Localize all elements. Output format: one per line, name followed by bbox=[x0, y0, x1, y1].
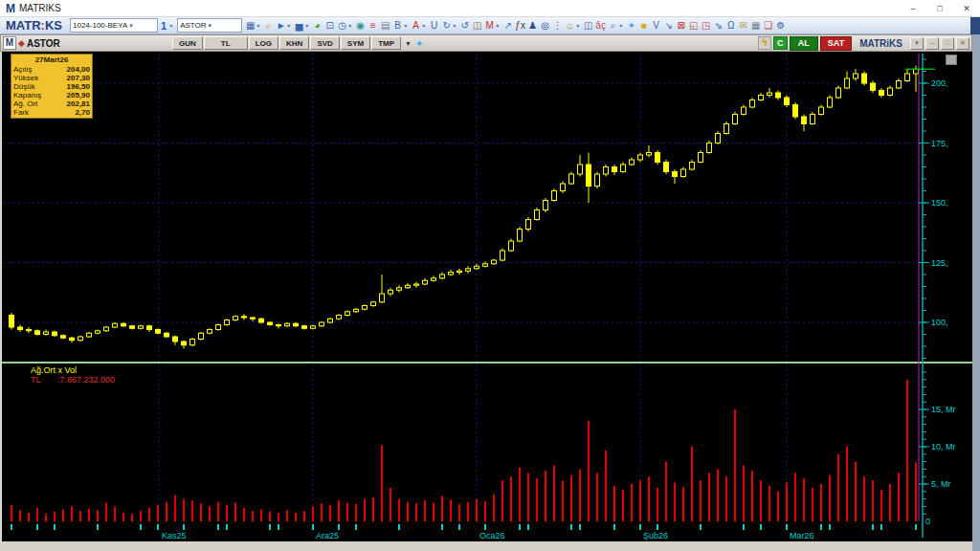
sell-button[interactable]: SAT bbox=[820, 36, 852, 51]
twitter-share-icon[interactable]: ✦ bbox=[415, 38, 423, 49]
window-small2-icon[interactable]: ◳ bbox=[700, 18, 712, 33]
traffic-light-icon[interactable]: ⋮ bbox=[551, 18, 564, 33]
chevron-down-icon[interactable]: ▾ bbox=[169, 22, 175, 29]
matriks-brand: MATR:KS bbox=[6, 18, 62, 33]
chart-window-header: M ◆ ASTOR GUNTLLOGKHNSVDSYMTMP ▼ ✦ ϟ C A… bbox=[0, 34, 972, 52]
quick-trade-icon[interactable]: ϟ bbox=[758, 36, 771, 50]
condition-button[interactable]: C bbox=[773, 36, 788, 50]
chart-body: 200,175,150,125,100,15, Mr10, Mr5, Mr0Ka… bbox=[0, 52, 972, 541]
matriks-app: M MATRIKS – □ ✕ MATR:KS 1024-100-BEYA▾ 1… bbox=[0, 0, 980, 551]
search-icon[interactable]: ⌕ bbox=[607, 18, 619, 33]
settings-icon[interactable]: ⚙ bbox=[774, 18, 787, 33]
svg-text:150,: 150, bbox=[931, 198, 948, 208]
pane-divider[interactable] bbox=[2, 362, 972, 364]
chart-mode-button-tmp[interactable]: TMP bbox=[371, 36, 401, 50]
svg-text:125,: 125, bbox=[931, 258, 948, 268]
close-button[interactable]: ✕ bbox=[953, 0, 980, 16]
news-icon[interactable]: ▤ bbox=[379, 18, 391, 33]
buy-button[interactable]: AL bbox=[790, 36, 818, 51]
globe-icon[interactable]: ◉ bbox=[354, 18, 367, 33]
matriks-m-icon[interactable]: M bbox=[483, 18, 496, 33]
chevron-down-icon: ▾ bbox=[209, 22, 212, 30]
annotation-arrow-icon[interactable]: ⇘ bbox=[712, 18, 724, 33]
svg-text:0: 0 bbox=[925, 517, 930, 526]
volume-pane-title: Ağ.Ort x Vol bbox=[31, 365, 77, 375]
reports-icon[interactable]: ◫ bbox=[582, 18, 594, 33]
alarm-icon[interactable]: Ω bbox=[724, 18, 737, 33]
save-icon[interactable]: ▦ bbox=[244, 18, 256, 33]
accounts-icon[interactable]: ◎ bbox=[539, 18, 551, 33]
chart-symbol-label: ASTOR bbox=[27, 38, 170, 49]
viop-v-icon[interactable]: V bbox=[650, 18, 662, 33]
chart-type-icon[interactable]: ◆ bbox=[18, 38, 25, 48]
symbol-input[interactable]: ASTOR▾ bbox=[177, 18, 242, 33]
font-color-icon[interactable]: A bbox=[410, 18, 422, 33]
volume-currency-label: TL bbox=[31, 375, 41, 385]
calculator-icon[interactable]: ▦ bbox=[749, 18, 762, 33]
chart-pointer-icon[interactable]: ↘ bbox=[662, 18, 675, 33]
chart-mode-button-gun[interactable]: GUN bbox=[172, 36, 203, 50]
svg-text:200,: 200, bbox=[931, 78, 948, 88]
window-title: MATRIKS bbox=[19, 3, 61, 13]
chart-mode-button-log[interactable]: LOG bbox=[249, 36, 278, 50]
clock-icon[interactable]: ◷ bbox=[336, 18, 348, 33]
right-edge-strip bbox=[972, 17, 980, 551]
svg-text:Kas25: Kas25 bbox=[162, 531, 187, 540]
chart-window: M ◆ ASTOR GUNTLLOGKHNSVDSYMTMP ▼ ✦ ϟ C A… bbox=[0, 34, 972, 551]
indicator-dropdown-icon[interactable]: ▼ bbox=[405, 40, 412, 47]
chart-mode-button-sym[interactable]: SYM bbox=[341, 36, 370, 50]
svg-text:100,: 100, bbox=[931, 318, 948, 327]
chart-header-buttons: GUNTLLOGKHNSVDSYMTMP bbox=[172, 36, 401, 50]
workspace-select[interactable]: 1024-100-BEYA▾ bbox=[70, 18, 158, 33]
company-icon[interactable]: ⌂ bbox=[564, 18, 576, 33]
window-restore-button[interactable]: □ bbox=[941, 37, 954, 50]
formula-icon[interactable]: ƒx bbox=[514, 18, 526, 33]
title-bar: M MATRIKS – □ ✕ bbox=[0, 0, 980, 17]
svg-text:10, Mr: 10, Mr bbox=[931, 442, 956, 452]
svg-text:Mar26: Mar26 bbox=[790, 531, 814, 540]
main-toolbar: MATR:KS 1024-100-BEYA▾ 1 ▾ ASTOR▾ ▦▾⌕►▾▅… bbox=[0, 17, 980, 34]
time-sales-icon[interactable]: ↻ bbox=[440, 18, 453, 33]
ohlc-tooltip: 27Mart26 Açılış204,00 Yüksek207,30 Düşük… bbox=[11, 54, 93, 119]
toolbar-overflow-strip[interactable] bbox=[970, 17, 980, 34]
maximize-button[interactable]: □ bbox=[926, 0, 953, 16]
chart-brand-label: MATRiKS bbox=[859, 38, 902, 49]
pointer-icon[interactable]: ► bbox=[275, 18, 287, 33]
window-minimize-button[interactable]: – bbox=[925, 37, 939, 50]
monitor-alert-icon[interactable]: ⊠ bbox=[675, 18, 687, 33]
line-chart-icon[interactable]: ↗ bbox=[501, 18, 514, 33]
monitor-icon[interactable]: ⊡ bbox=[323, 18, 336, 33]
toolbar-icons: ▦▾⌕►▾▅▾◕⊡◷▾◉≡▤B▾A▾U↻▾↺◫M▾↗ƒx♟◎⋮⌂▾◫âç⌕▾✦■… bbox=[244, 18, 787, 33]
matriks-mini-icon: M bbox=[3, 36, 16, 50]
window-small-icon[interactable]: ◱ bbox=[687, 18, 700, 33]
svg-text:5, Mr: 5, Mr bbox=[931, 479, 951, 489]
bold-icon[interactable]: B bbox=[391, 18, 404, 33]
svg-text:Şub26: Şub26 bbox=[643, 531, 668, 540]
viop-icon[interactable]: ◫ bbox=[471, 18, 483, 33]
matriks-logo-icon: M bbox=[6, 2, 15, 15]
twitter-icon[interactable]: ✦ bbox=[625, 18, 637, 33]
depth-icon[interactable]: ↺ bbox=[458, 18, 471, 33]
minimize-button[interactable]: – bbox=[900, 0, 926, 16]
svg-text:175,: 175, bbox=[931, 139, 948, 148]
window-close-button[interactable]: ✕ bbox=[956, 37, 969, 50]
tooltip-date: 27Mart26 bbox=[13, 55, 90, 64]
axis-scroll-button[interactable] bbox=[946, 55, 957, 65]
zoom-icon[interactable]: ⌕ bbox=[262, 18, 275, 33]
chart-mode-button-svd[interactable]: SVD bbox=[310, 36, 339, 50]
volume-value: :7.867.232.000 bbox=[57, 375, 115, 385]
window-pin-button[interactable]: ▾ bbox=[910, 37, 924, 50]
chat-icon[interactable]: ❏ bbox=[762, 18, 774, 33]
mail-icon[interactable]: ✉ bbox=[737, 18, 749, 33]
portfolio-icon[interactable]: ♟ bbox=[526, 18, 539, 33]
quote-list-icon[interactable]: ≡ bbox=[367, 18, 379, 33]
translate-icon[interactable]: âç bbox=[594, 18, 607, 33]
chart-mode-button-tl[interactable]: TL bbox=[204, 36, 248, 50]
pie-chart-icon[interactable]: ◕ bbox=[311, 18, 323, 33]
chart-canvas[interactable]: 200,175,150,125,100,15, Mr10, Mr5, Mr0Ka… bbox=[2, 52, 972, 541]
chart-bars-icon[interactable]: ▅ bbox=[293, 18, 305, 33]
chart-mode-button-khn[interactable]: KHN bbox=[279, 36, 309, 50]
folder-icon[interactable]: ■ bbox=[637, 18, 650, 33]
underline-icon[interactable]: U bbox=[428, 18, 440, 33]
page-number[interactable]: 1 bbox=[161, 20, 167, 32]
